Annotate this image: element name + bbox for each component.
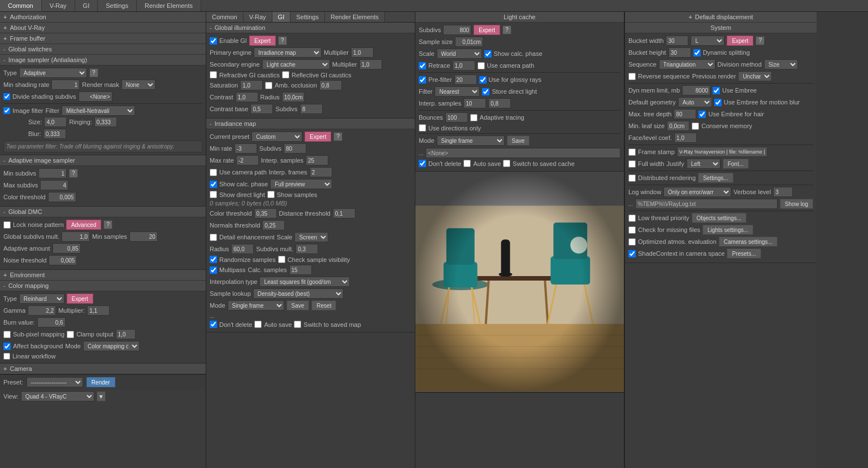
radius-ao-input[interactable]: [282, 92, 305, 102]
global-switches-header[interactable]: - Global switches: [0, 44, 206, 55]
camera-header[interactable]: + Camera: [0, 364, 206, 374]
multiplier-input[interactable]: [87, 305, 110, 316]
lock-noise-check[interactable]: [3, 221, 11, 229]
current-preset-select[interactable]: Custom: [251, 132, 302, 142]
refractive-gi-check[interactable]: [210, 71, 217, 78]
primary-multiplier-input[interactable]: [351, 47, 374, 58]
type-question[interactable]: ?: [89, 68, 98, 77]
lc-scale-select[interactable]: World: [437, 49, 482, 59]
lc-switch-check[interactable]: [503, 160, 510, 167]
clamp-value[interactable]: [116, 329, 136, 339]
divide-shading-check[interactable]: [3, 93, 10, 100]
face-level-input[interactable]: [674, 133, 697, 143]
lc-sample-size-input[interactable]: [455, 37, 483, 47]
divide-shading-none[interactable]: [79, 91, 112, 102]
enable-gi-check[interactable]: [210, 37, 217, 45]
show-calc-select[interactable]: Full preview: [270, 179, 332, 189]
primary-engine-select[interactable]: Irradiance map: [254, 47, 322, 58]
randomize-check[interactable]: [210, 256, 217, 263]
scale-select[interactable]: Screen: [294, 232, 328, 242]
min-leaf-input[interactable]: [667, 121, 689, 131]
ringing-input[interactable]: [94, 117, 117, 127]
image-filter-check[interactable]: [3, 107, 10, 114]
shade-context-check[interactable]: [628, 250, 636, 257]
image-sampler-header[interactable]: - Image sampler (Antialiasing): [0, 55, 206, 65]
presets-btn[interactable]: Presets...: [727, 248, 761, 259]
center-tab-render-elements[interactable]: Render Elements: [325, 12, 385, 22]
color-mapping-header[interactable]: - Color mapping: [0, 281, 206, 291]
irr-switch-check[interactable]: [294, 321, 301, 328]
log-window-select[interactable]: Only on error/warr: [663, 187, 731, 197]
distance-threshold-input[interactable]: [333, 208, 355, 218]
lc-store-direct-check[interactable]: [482, 88, 489, 95]
check-missing-check[interactable]: [628, 226, 636, 234]
contrast-base-input[interactable]: [250, 104, 273, 114]
blur-input[interactable]: [44, 129, 66, 139]
center-tab-vray[interactable]: V-Ray: [244, 12, 272, 22]
use-camera-path-check[interactable]: [210, 169, 217, 176]
gi-section-header[interactable]: - Global illumination: [206, 23, 415, 33]
min-shading-input[interactable]: [51, 80, 80, 90]
preset-select[interactable]: -------------------: [27, 377, 83, 387]
min-subdivs-input[interactable]: [38, 168, 67, 178]
log-path-input[interactable]: [635, 199, 778, 209]
show-calc-check[interactable]: [210, 181, 217, 188]
tab-settings[interactable]: Settings: [98, 0, 137, 11]
subpixel-check[interactable]: [3, 331, 11, 338]
radius-detail-input[interactable]: [231, 244, 254, 254]
reflective-gi-check[interactable]: [282, 71, 289, 78]
adaptive-amount-input[interactable]: [53, 243, 81, 253]
frame-stamp-check[interactable]: [628, 148, 636, 156]
view-btn[interactable]: ▼: [97, 391, 106, 401]
saturation-input[interactable]: [240, 80, 263, 90]
authorization-header[interactable]: + Authorization: [0, 12, 206, 23]
lc-interp-input[interactable]: [463, 98, 486, 108]
irr-reset-btn[interactable]: Reset: [311, 300, 336, 310]
default-geom-select[interactable]: Auto: [678, 97, 712, 107]
min-samples-input[interactable]: [129, 231, 158, 242]
about-vray-header[interactable]: + About V-Ray: [0, 23, 206, 33]
size-input[interactable]: [44, 117, 67, 127]
tab-gi[interactable]: GI: [75, 0, 98, 11]
gamma-input[interactable]: [28, 305, 56, 316]
min-subdivs-question[interactable]: ?: [69, 169, 78, 178]
irr-dont-delete-check[interactable]: [210, 321, 217, 328]
filter-select[interactable]: Mitchell-Netravali: [62, 106, 135, 116]
lc-dont-delete-check[interactable]: [419, 160, 426, 167]
lc-prefilter-check[interactable]: [419, 76, 426, 84]
advanced-btn[interactable]: Advanced: [66, 220, 101, 230]
center-tab-gi[interactable]: GI: [272, 12, 291, 22]
tab-render-elements[interactable]: Render Elements: [137, 0, 201, 11]
center-tab-settings[interactable]: Settings: [290, 12, 325, 22]
secondary-multiplier-input[interactable]: [359, 59, 382, 69]
interp-samples-input[interactable]: [306, 155, 328, 165]
max-rate-input[interactable]: [236, 155, 259, 165]
subdivs-mult-input[interactable]: [296, 244, 318, 254]
environment-header[interactable]: + Environment: [0, 270, 206, 281]
verbose-level-input[interactable]: [773, 187, 793, 197]
objects-settings-btn[interactable]: Objects settings...: [692, 213, 747, 223]
irradiance-expert-btn[interactable]: Expert: [305, 132, 331, 142]
cm-mode-select[interactable]: Color mapping only {: [83, 341, 140, 351]
affect-bg-check[interactable]: [3, 343, 11, 350]
dmc-question[interactable]: ?: [103, 220, 112, 229]
embree-motion-check[interactable]: [714, 99, 722, 106]
detail-enhancement-check[interactable]: [210, 234, 217, 241]
bucket-width-unit[interactable]: L: [691, 36, 724, 46]
system-expert-btn[interactable]: Expert: [727, 36, 753, 46]
render-btn[interactable]: Render: [86, 377, 115, 387]
gi-expert-btn[interactable]: Expert: [249, 36, 276, 46]
justify-select[interactable]: Left: [687, 159, 721, 169]
division-method-select[interactable]: Size: [764, 59, 798, 69]
multipass-check[interactable]: [210, 266, 217, 274]
center-tab-common[interactable]: Common: [206, 12, 244, 22]
max-tree-input[interactable]: [674, 109, 696, 119]
cm-expert-btn[interactable]: Expert: [67, 294, 93, 304]
lc-use-camera-check[interactable]: [478, 62, 485, 69]
dyn-mem-input[interactable]: [682, 85, 710, 95]
lc-show-calc-check[interactable]: [484, 50, 492, 58]
check-sample-vis-check[interactable]: [278, 256, 285, 263]
use-embree-check[interactable]: [713, 87, 720, 94]
sequence-select[interactable]: Triangulation: [659, 59, 715, 69]
subdivs-irr-input[interactable]: [284, 143, 306, 154]
